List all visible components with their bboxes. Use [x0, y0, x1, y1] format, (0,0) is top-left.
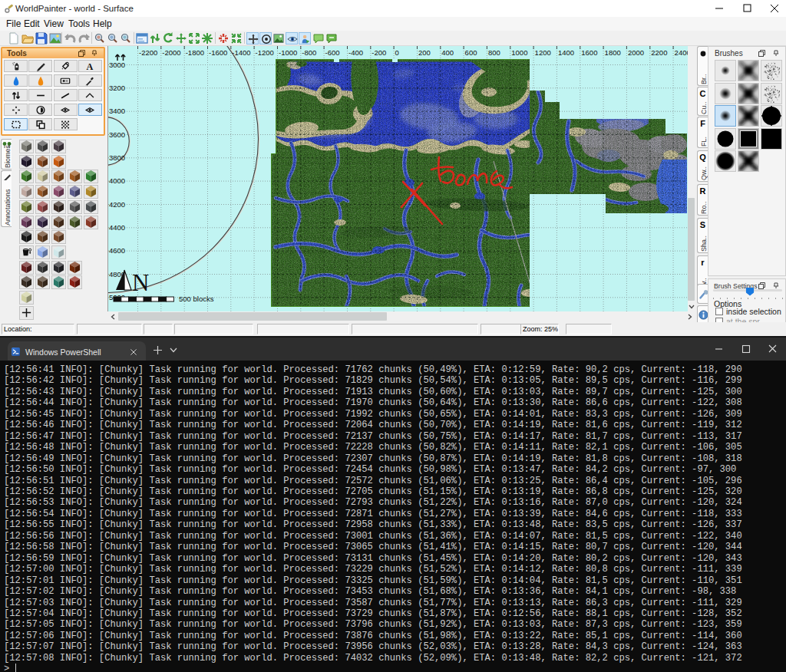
svg-text:200: 200: [418, 48, 431, 57]
svg-text:-200: -200: [372, 48, 386, 57]
svg-text:-400: -400: [348, 48, 363, 57]
svg-text:1400: 1400: [558, 48, 574, 57]
svg-text:3600: 3600: [109, 130, 125, 139]
svg-text:3400: 3400: [109, 107, 125, 115]
svg-text:4400: 4400: [109, 223, 125, 232]
svg-text:3000: 3000: [109, 61, 125, 69]
svg-text:4600: 4600: [109, 246, 125, 255]
svg-text:A: A: [87, 61, 94, 71]
svg-text:-1600: -1600: [209, 48, 227, 57]
svg-text:500 blocks: 500 blocks: [179, 295, 214, 303]
svg-text:2200: 2200: [651, 48, 667, 57]
svg-text:3200: 3200: [109, 84, 125, 92]
svg-text:1200: 1200: [535, 48, 551, 57]
svg-text:-2200: -2200: [139, 48, 157, 57]
svg-text:-1000: -1000: [279, 48, 297, 57]
svg-text:800: 800: [488, 48, 500, 57]
svg-text:400: 400: [441, 48, 454, 57]
svg-text:2400: 2400: [675, 48, 689, 57]
svg-text:-600: -600: [325, 48, 340, 57]
svg-text:-1800: -1800: [186, 48, 204, 57]
svg-text:600: 600: [465, 48, 477, 57]
svg-text:-1200: -1200: [256, 48, 274, 57]
svg-text:2000: 2000: [628, 48, 644, 57]
svg-text:0: 0: [395, 48, 399, 57]
svg-text:-1400: -1400: [232, 48, 250, 57]
svg-text:N: N: [132, 269, 149, 296]
svg-text:-2000: -2000: [162, 48, 180, 57]
svg-text:1800: 1800: [605, 48, 621, 57]
svg-text:4000: 4000: [109, 176, 125, 185]
svg-text:1000: 1000: [511, 48, 527, 57]
svg-text:-800: -800: [302, 48, 316, 57]
svg-text:4200: 4200: [109, 200, 125, 209]
svg-text:1600: 1600: [581, 48, 597, 57]
svg-text:3800: 3800: [109, 153, 125, 162]
